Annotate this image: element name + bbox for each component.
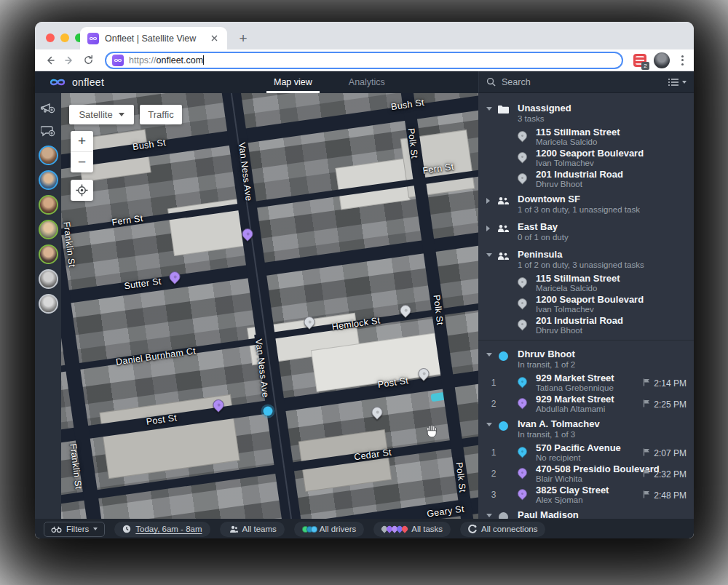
clock-icon bbox=[122, 525, 131, 533]
task-recipient: Dhruv Bhoot bbox=[536, 326, 694, 335]
task-row[interactable]: 33825 Clay StreetAlex Sjoman2:48 PM bbox=[478, 485, 694, 506]
task-row[interactable]: 1200 Seaport BoulevardIvan Tolmachev bbox=[478, 148, 694, 169]
traffic-toggle-button[interactable]: Traffic bbox=[140, 105, 182, 124]
driver-status-dot bbox=[499, 512, 508, 519]
filter-pill-all-drivers[interactable]: All drivers bbox=[294, 522, 364, 537]
locate-me-button[interactable] bbox=[71, 180, 93, 201]
tab-map-view[interactable]: Map view bbox=[269, 71, 317, 93]
task-row[interactable]: 1929 Market StreetTatiana Grebennique2:1… bbox=[478, 373, 694, 394]
broadcast-megaphone-icon[interactable] bbox=[40, 100, 56, 116]
caret-down-icon[interactable] bbox=[486, 514, 492, 517]
task-address: 201 Industrial Road bbox=[536, 315, 694, 326]
brand-name: onfleet bbox=[72, 76, 104, 88]
filter-pill-all-teams[interactable]: All teams bbox=[220, 522, 285, 537]
task-row[interactable]: 1200 Seaport BoulevardIvan Tolmachev bbox=[478, 294, 694, 315]
driver-avatar[interactable] bbox=[39, 195, 58, 215]
caret-down-icon[interactable] bbox=[486, 423, 492, 426]
task-row[interactable]: 1570 Pacific AvenueNo recipient2:07 PM bbox=[478, 442, 694, 463]
group-header-downtown-sf[interactable]: Downtown SF1 of 3 on duty, 1 unassigned … bbox=[478, 190, 694, 218]
onfleet-favicon-icon bbox=[87, 33, 99, 44]
url-bar[interactable]: https://onfleet.com bbox=[105, 52, 623, 69]
connections-icon bbox=[468, 525, 477, 533]
group-header-ivan-a-tolmachev[interactable]: Ivan A. TolmachevIn transit, 1 of 3 bbox=[478, 415, 694, 442]
browser-tab[interactable]: Onfleet | Satellite View bbox=[80, 27, 227, 49]
task-pin-icon bbox=[515, 317, 529, 330]
driver-avatar[interactable] bbox=[39, 146, 58, 165]
driver-avatar[interactable] bbox=[39, 294, 58, 314]
filter-bar: Filters Today, 6am - 8amAll teamsAll dri… bbox=[35, 519, 694, 538]
task-eta-time: 2:48 PM bbox=[654, 490, 687, 501]
group-title: Ivan A. Tolmachev bbox=[518, 418, 694, 429]
close-window-button[interactable] bbox=[46, 33, 55, 42]
group-header-peninsula[interactable]: Peninsula1 of 2 on duty, 3 unassigned ta… bbox=[478, 245, 694, 273]
chevron-down-icon bbox=[682, 81, 687, 84]
group-header-paul-madison[interactable]: Paul MadisonOffline, 0 of 4 bbox=[478, 506, 694, 519]
task-pin-icon bbox=[515, 150, 529, 163]
caret-down-icon[interactable] bbox=[486, 107, 492, 111]
task-recipient: Ivan Tolmachev bbox=[536, 159, 694, 168]
task-address: 201 Industrial Road bbox=[536, 169, 694, 180]
search-bar[interactable]: Search bbox=[478, 71, 694, 93]
caret-down-icon[interactable] bbox=[486, 253, 492, 257]
driver-avatar[interactable] bbox=[39, 220, 58, 239]
tab-close-icon[interactable] bbox=[208, 33, 220, 44]
new-tab-button[interactable]: + bbox=[233, 28, 253, 49]
group-header-dhruv-bhoot[interactable]: Dhruv BhootIn transit, 1 of 2 bbox=[478, 345, 694, 373]
mac-traffic-lights[interactable] bbox=[46, 33, 84, 42]
filter-pill-all-tasks[interactable]: All tasks bbox=[373, 522, 451, 537]
chat-new-icon[interactable] bbox=[40, 123, 56, 139]
task-eta-time: 2:25 PM bbox=[654, 399, 687, 410]
driver-avatar[interactable] bbox=[39, 244, 58, 264]
extension-icon[interactable]: 2 bbox=[633, 54, 646, 67]
app-nav: Map view Analytics bbox=[269, 71, 389, 93]
task-eta-time: 2:32 PM bbox=[654, 469, 687, 479]
reload-icon[interactable] bbox=[79, 55, 98, 65]
filter-pill-today-6am-8am[interactable]: Today, 6am - 8am bbox=[114, 522, 210, 537]
hand-cursor-icon bbox=[426, 424, 438, 441]
browser-profile-avatar[interactable] bbox=[654, 52, 670, 68]
browser-menu-icon[interactable] bbox=[677, 55, 688, 65]
task-row[interactable]: 201 Industrial RoadDhruv Bhoot bbox=[478, 315, 694, 336]
filters-button[interactable]: Filters bbox=[44, 522, 105, 537]
team-icon bbox=[497, 250, 509, 263]
group-title: Dhruv Bhoot bbox=[518, 349, 694, 359]
satellite-map[interactable]: Bush StBush StFern StFern StSutter StDan… bbox=[61, 93, 478, 519]
list-view-menu[interactable] bbox=[668, 78, 687, 87]
caret-right-icon[interactable] bbox=[486, 198, 490, 204]
group-header-east-bay[interactable]: East Bay0 of 1 on duty bbox=[478, 218, 694, 245]
driver-avatar[interactable] bbox=[39, 269, 58, 289]
group-header-unassigned[interactable]: Unassigned3 tasks bbox=[478, 99, 694, 127]
group-title: Downtown SF bbox=[518, 194, 694, 204]
minimize-window-button[interactable] bbox=[60, 33, 69, 42]
onfleet-logo-icon bbox=[48, 77, 67, 87]
back-icon[interactable] bbox=[41, 55, 60, 66]
pill-label: All connections bbox=[481, 525, 537, 533]
task-sequence-number: 1 bbox=[488, 378, 499, 388]
task-list-panel: Unassigned3 tasks115 Stillman StreetMari… bbox=[478, 93, 694, 519]
task-row[interactable]: 2470-508 Presidio BoulevardBlair Wichita… bbox=[478, 463, 694, 485]
task-eta: 2:48 PM bbox=[643, 490, 687, 501]
caret-down-icon[interactable] bbox=[486, 353, 492, 357]
filters-label: Filters bbox=[66, 525, 89, 533]
filter-pill-all-connections[interactable]: All connections bbox=[460, 522, 545, 537]
zoom-out-button[interactable]: − bbox=[71, 152, 93, 172]
task-sequence-number: 2 bbox=[488, 469, 499, 479]
map-type-dropdown[interactable]: Satellite bbox=[69, 105, 134, 124]
task-row[interactable]: 115 Stillman StreetMaricela Salcido bbox=[478, 273, 694, 294]
onfleet-brand[interactable]: onfleet bbox=[48, 76, 143, 88]
task-row[interactable]: 201 Industrial RoadDhruv Bhoot bbox=[478, 169, 694, 190]
pill-label: All teams bbox=[242, 525, 277, 533]
group-title: Unassigned bbox=[518, 103, 694, 114]
zoom-in-button[interactable]: + bbox=[71, 131, 93, 152]
tab-analytics[interactable]: Analytics bbox=[344, 71, 389, 93]
driver-avatar[interactable] bbox=[39, 170, 58, 190]
driver-location-dot[interactable] bbox=[264, 407, 273, 416]
task-row[interactable]: 115 Stillman StreetMaricela Salcido bbox=[478, 127, 694, 148]
task-address: 1200 Seaport Boulevard bbox=[536, 294, 694, 305]
caret-right-icon[interactable] bbox=[486, 226, 490, 231]
task-pin-icon bbox=[515, 129, 529, 142]
task-row[interactable]: 2929 Market StreetAbdullah Altamami2:25 … bbox=[478, 394, 694, 415]
forward-icon[interactable] bbox=[60, 55, 79, 66]
task-recipient: Maricela Salcido bbox=[536, 138, 694, 147]
filter-pills: Today, 6am - 8amAll teamsAll driversAll … bbox=[114, 522, 545, 537]
